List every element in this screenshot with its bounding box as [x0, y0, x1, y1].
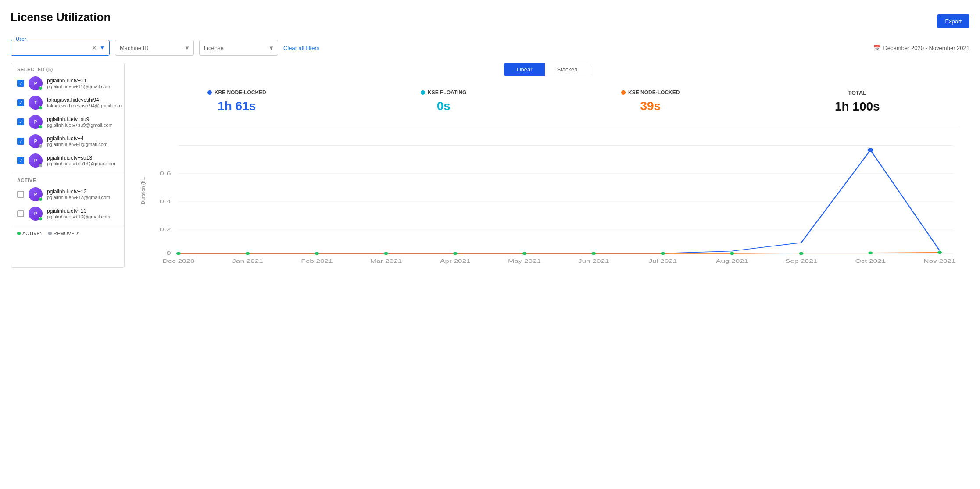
user-name: pgialinh.iuetv+13 — [47, 208, 110, 214]
user-dropdown-panel: SELECTED (5) ✓ P pgialinh.iuetv+11 pgial… — [11, 63, 125, 268]
user-checkbox[interactable] — [17, 191, 24, 198]
svg-point-21 — [176, 252, 181, 255]
divider-1 — [11, 172, 124, 172]
svg-text:Nov 2021: Nov 2021 — [923, 259, 955, 264]
status-dot — [39, 86, 43, 90]
clear-all-filters-button[interactable]: Clear all filters — [283, 45, 319, 51]
user-info: pgialinh.iuetv+12 pgialinh.iuetv+12@gmai… — [47, 189, 110, 200]
svg-point-22 — [245, 252, 250, 255]
user-name: tokugawa.hideyoshi94 — [47, 97, 122, 103]
kse-node-locked-dot — [621, 90, 626, 95]
avatar-initial: P — [34, 158, 37, 163]
user-checkbox[interactable]: ✓ — [17, 99, 24, 106]
machine-id-chevron-icon: ▼ — [184, 45, 190, 51]
user-item[interactable]: P pgialinh.iuetv+12 pgialinh.iuetv+12@gm… — [11, 185, 124, 204]
linear-toggle-button[interactable]: Linear — [504, 63, 544, 76]
check-icon: ✓ — [19, 100, 23, 106]
svg-point-30 — [799, 252, 803, 255]
avatar-initial: P — [34, 120, 37, 125]
status-dot — [39, 144, 43, 148]
user-info: pgialinh.iuetv+su13 pgialinh.iuetv+su13@… — [47, 155, 115, 166]
svg-point-27 — [591, 252, 596, 255]
kre-dot — [207, 90, 212, 95]
removed-legend-dot — [48, 232, 52, 235]
date-range: 📅 December 2020 - November 2021 — [873, 45, 969, 51]
user-filter-label: User — [14, 36, 27, 42]
page-container: License Utilization Export User ✕ ▼ Mach… — [0, 0, 980, 489]
svg-text:Oct 2021: Oct 2021 — [855, 259, 886, 264]
check-icon: ✓ — [19, 119, 23, 125]
avatar-initial: T — [34, 100, 37, 105]
user-name: pgialinh.iuetv+11 — [47, 78, 110, 84]
clear-user-filter-icon[interactable]: ✕ — [92, 45, 97, 51]
chart-toggle-group: Linear Stacked — [504, 63, 590, 76]
status-dot — [39, 125, 43, 129]
user-item[interactable]: ✓ T tokugawa.hideyoshi94 tokugawa.hideyo… — [11, 93, 124, 112]
kse-node-locked-value: 39s — [547, 99, 754, 113]
total-value: 1h 100s — [754, 100, 961, 114]
check-icon: ✓ — [19, 139, 23, 144]
calendar-icon: 📅 — [873, 45, 880, 51]
user-name: pgialinh.iuetv+su9 — [47, 116, 113, 122]
active-legend-dot — [17, 232, 21, 235]
svg-point-31 — [868, 252, 873, 254]
main-content: SELECTED (5) ✓ P pgialinh.iuetv+11 pgial… — [11, 63, 969, 268]
user-filter-dropdown[interactable]: User ✕ ▼ — [11, 40, 110, 56]
kse-node-locked-metric: KSE NODE-LOCKED 39s — [547, 85, 754, 118]
filters-row: User ✕ ▼ Machine ID ▼ License ▼ Clear al… — [11, 40, 969, 56]
svg-text:Apr 2021: Apr 2021 — [440, 259, 471, 264]
svg-point-28 — [661, 252, 665, 255]
user-item[interactable]: ✓ P pgialinh.iuetv+11 pgialinh.iuetv+11@… — [11, 74, 124, 93]
user-checkbox[interactable]: ✓ — [17, 118, 24, 125]
user-item[interactable]: P pgialinh.iuetv+13 pgialinh.iuetv+13@gm… — [11, 204, 124, 223]
y-axis-label: Duration (h... — [140, 176, 146, 204]
user-checkbox[interactable]: ✓ — [17, 157, 24, 164]
user-email: pgialinh.iuetv+13@gmail.com — [47, 214, 110, 219]
check-icon: ✓ — [19, 158, 23, 164]
status-dot — [39, 164, 43, 168]
metrics-row: KRE NODE-LOCKED 1h 61s KSE FLOATING 0s K… — [133, 85, 961, 127]
status-dot — [39, 106, 43, 110]
user-item[interactable]: ✓ P pgialinh.iuetv+su9 pgialinh.iuetv+su… — [11, 112, 124, 132]
export-button[interactable]: Export — [937, 14, 969, 28]
svg-text:0.4: 0.4 — [160, 199, 172, 204]
user-email: tokugawa.hideyoshi94@gmail.com — [47, 103, 122, 108]
user-item[interactable]: ✓ P pgialinh.iuetv+4 pgialinh.iuetv+4@gm… — [11, 132, 124, 151]
svg-text:Feb 2021: Feb 2021 — [301, 259, 333, 264]
kse-node-locked-label: KSE NODE-LOCKED — [547, 89, 754, 96]
avatar-initial: P — [34, 139, 37, 144]
svg-text:Jun 2021: Jun 2021 — [578, 259, 609, 264]
user-email: pgialinh.iuetv+su9@gmail.com — [47, 122, 113, 128]
user-info: pgialinh.iuetv+11 pgialinh.iuetv+11@gmai… — [47, 78, 110, 89]
active-section-label: ACTIVE — [11, 174, 124, 185]
avatar: P — [29, 187, 43, 201]
user-item[interactable]: ✓ P pgialinh.iuetv+su13 pgialinh.iuetv+s… — [11, 151, 124, 170]
user-info: pgialinh.iuetv+13 pgialinh.iuetv+13@gmai… — [47, 208, 110, 219]
stacked-toggle-button[interactable]: Stacked — [545, 63, 590, 76]
svg-point-24 — [384, 252, 388, 255]
kre-node-locked-metric: KRE NODE-LOCKED 1h 61s — [133, 85, 340, 118]
machine-id-filter[interactable]: Machine ID ▼ — [115, 40, 194, 56]
page-title: License Utilization — [11, 11, 111, 24]
svg-text:Jan 2021: Jan 2021 — [232, 259, 263, 264]
svg-text:Jul 2021: Jul 2021 — [649, 259, 677, 264]
avatar-initial: P — [34, 211, 37, 216]
user-checkbox[interactable]: ✓ — [17, 138, 24, 145]
divider-2 — [11, 225, 124, 225]
total-label: TOTAL — [754, 89, 961, 96]
avatar-initial: P — [34, 81, 37, 86]
user-checkbox[interactable]: ✓ — [17, 80, 24, 87]
user-name: pgialinh.iuetv+su13 — [47, 155, 115, 161]
selected-section-label: SELECTED (5) — [11, 63, 124, 74]
avatar: P — [29, 134, 43, 148]
svg-text:Sep 2021: Sep 2021 — [785, 259, 817, 264]
check-icon: ✓ — [19, 81, 23, 86]
status-dot — [39, 217, 43, 221]
svg-point-23 — [315, 252, 319, 255]
svg-text:Aug 2021: Aug 2021 — [716, 259, 748, 264]
svg-text:0.6: 0.6 — [160, 170, 172, 176]
status-dot — [39, 197, 43, 201]
license-filter[interactable]: License ▼ — [199, 40, 278, 56]
user-checkbox[interactable] — [17, 210, 24, 217]
user-filter-input[interactable] — [15, 45, 89, 51]
